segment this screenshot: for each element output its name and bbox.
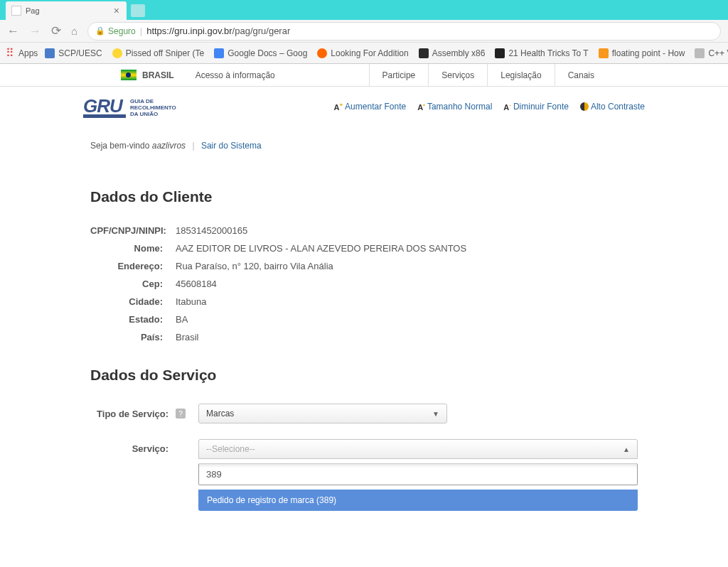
- contrast-icon: [580, 102, 589, 111]
- tab-title: Pag: [26, 6, 112, 15]
- new-tab-button[interactable]: [131, 4, 145, 17]
- value-cidade: Itabuna: [176, 296, 206, 307]
- gov-bar: BRASIL Acesso à informação Participe Ser…: [0, 64, 728, 87]
- font-minus-icon: A-: [503, 102, 511, 112]
- data-row-cidade: Cidade: Itabuna: [90, 296, 638, 307]
- font-normal-icon: A•: [417, 102, 425, 112]
- data-row-cep: Cep: 45608184: [90, 279, 638, 289]
- bookmark-icon: [599, 48, 609, 58]
- brasil-label[interactable]: BRASIL: [142, 70, 174, 80]
- data-row-endereco: Endereço: Rua Paraíso, n° 120, bairro Vi…: [90, 261, 638, 271]
- url-path: /pag/gru/gerar: [232, 26, 291, 36]
- content: Seja bem-vindo aazlivros | Sair do Siste…: [69, 126, 659, 555]
- high-contrast-button[interactable]: Alto Contraste: [580, 102, 645, 112]
- gov-link-participe[interactable]: Participe: [369, 64, 429, 87]
- servico-combobox: --Selecione-- ▲ Pedido de registro de ma…: [198, 439, 638, 511]
- page-header: GRU GUIA DE RECOLHIMENTO DA UNIÃO A+ Aum…: [69, 87, 659, 126]
- bookmark-item[interactable]: C++ Variables: [695, 48, 728, 58]
- label-cep: Cep:: [90, 279, 176, 289]
- bookmark-item[interactable]: Assembly x86: [419, 48, 486, 58]
- label-tipo-servico: Tipo de Serviço:: [90, 409, 176, 419]
- data-row-pais: País: Brasil: [90, 332, 638, 342]
- chevron-down-icon: ▼: [432, 410, 439, 418]
- bookmark-item[interactable]: Google Docs – Goog: [214, 48, 307, 58]
- logout-link[interactable]: Sair do Sistema: [201, 141, 262, 151]
- bookmark-item[interactable]: Looking For Addition: [317, 48, 408, 58]
- back-button[interactable]: ←: [7, 24, 19, 38]
- label-cpf: CPF/CNPJ/NINPI:: [90, 225, 176, 236]
- gov-info-link[interactable]: Acesso à informação: [196, 70, 275, 80]
- bookmark-icon: [112, 48, 122, 58]
- page-icon: [11, 6, 21, 16]
- data-row-estado: Estado: BA: [90, 314, 638, 325]
- brasil-flag-icon: [121, 70, 136, 80]
- welcome-row: Seja bem-vindo aazlivros | Sair do Siste…: [90, 134, 638, 164]
- form-row-servico: Serviço: ? --Selecione-- ▲ Pedido de reg…: [90, 439, 638, 511]
- apps-label: Apps: [18, 48, 38, 58]
- bookmark-item[interactable]: SCP/UESC: [45, 48, 102, 58]
- tipo-servico-value: Marcas: [206, 409, 234, 418]
- servico-search-input[interactable]: [206, 469, 630, 480]
- gov-link-legislacao[interactable]: Legislação: [487, 64, 554, 87]
- help-icon[interactable]: ?: [176, 409, 186, 418]
- data-row-cpf: CPF/CNPJ/NINPI: 18531452000165: [90, 225, 638, 236]
- header-actions: A+ Aumentar Fonte A• Tamanho Normal A- D…: [333, 102, 645, 112]
- apps-button[interactable]: Apps: [6, 48, 38, 58]
- value-cep: 45608184: [176, 279, 217, 289]
- gov-right-nav: Participe Serviços Legislação Canais: [369, 64, 607, 87]
- increase-font-button[interactable]: A+ Aumentar Fonte: [333, 102, 406, 112]
- home-button[interactable]: ⌂: [71, 25, 77, 37]
- servico-search-wrap: [198, 463, 638, 485]
- logo-subtext: GUIA DE RECOLHIMENTO DA UNIÃO: [130, 99, 176, 117]
- secure-label: Seguro: [108, 26, 136, 36]
- value-estado: BA: [176, 314, 188, 325]
- address-bar: ← → ⟳ ⌂ 🔒 Seguro | https://gru.inpi.gov.…: [0, 20, 728, 43]
- welcome-user: aazlivros: [152, 141, 186, 151]
- label-pais: País:: [90, 332, 176, 342]
- servico-option[interactable]: Pedido de registro de marca (389): [198, 490, 638, 511]
- gov-link-servicos[interactable]: Serviços: [428, 64, 487, 87]
- browser-tab[interactable]: Pag ×: [6, 1, 127, 20]
- bookmark-icon: [317, 48, 327, 58]
- bookmark-icon: [695, 48, 705, 58]
- data-row-nome: Nome: AAZ EDITOR DE LIVROS - ALAN AZEVED…: [90, 243, 638, 254]
- tipo-servico-select[interactable]: Marcas ▼: [198, 404, 447, 423]
- label-nome: Nome:: [90, 243, 176, 254]
- reload-button[interactable]: ⟳: [51, 23, 61, 38]
- bookmark-item[interactable]: Pissed off Sniper (Te: [112, 48, 205, 58]
- apps-icon: [6, 48, 16, 58]
- address-field[interactable]: 🔒 Seguro | https://gru.inpi.gov.br/pag/g…: [87, 22, 721, 40]
- servico-select-header[interactable]: --Selecione-- ▲: [198, 439, 638, 459]
- decrease-font-button[interactable]: A- Diminuir Fonte: [503, 102, 569, 112]
- browser-tabs-bar: Pag ×: [0, 0, 728, 20]
- bookmark-item[interactable]: floating point - How: [599, 48, 685, 58]
- value-endereco: Rua Paraíso, n° 120, bairro Vila Anália: [176, 261, 333, 271]
- bookmarks-bar: Apps SCP/UESC Pissed off Sniper (Te Goog…: [0, 43, 728, 64]
- url-host: https://gru.inpi.gov.br: [146, 26, 232, 36]
- value-cpf: 18531452000165: [176, 225, 247, 236]
- chevron-up-icon: ▲: [623, 446, 630, 453]
- label-endereco: Endereço:: [90, 261, 176, 271]
- page-container: GRU GUIA DE RECOLHIMENTO DA UNIÃO A+ Aum…: [69, 87, 659, 555]
- bookmark-icon: [419, 48, 429, 58]
- bookmark-icon: [495, 48, 505, 58]
- gru-logo[interactable]: GRU GUIA DE RECOLHIMENTO DA UNIÃO: [83, 95, 176, 118]
- servico-placeholder: --Selecione--: [206, 444, 255, 454]
- value-nome: AAZ EDITOR DE LIVROS - ALAN AZEVEDO PERE…: [176, 243, 466, 254]
- gov-link-canais[interactable]: Canais: [555, 64, 607, 87]
- bookmark-item[interactable]: 21 Health Tricks To T: [495, 48, 588, 58]
- normal-font-button[interactable]: A• Tamanho Normal: [417, 102, 492, 112]
- lock-icon: 🔒: [95, 26, 105, 36]
- label-cidade: Cidade:: [90, 296, 176, 307]
- bookmark-icon: [214, 48, 224, 58]
- logo-mark: GRU: [83, 95, 126, 118]
- service-section-title: Dados do Serviço: [90, 367, 638, 384]
- url-divider: |: [140, 26, 142, 36]
- bookmark-icon: [45, 48, 55, 58]
- label-estado: Estado:: [90, 314, 176, 325]
- client-section-title: Dados do Cliente: [90, 188, 638, 205]
- welcome-prefix: Seja bem-vindo: [90, 141, 152, 151]
- close-tab-icon[interactable]: ×: [112, 5, 121, 16]
- value-pais: Brasil: [176, 332, 199, 342]
- forward-button[interactable]: →: [29, 24, 41, 38]
